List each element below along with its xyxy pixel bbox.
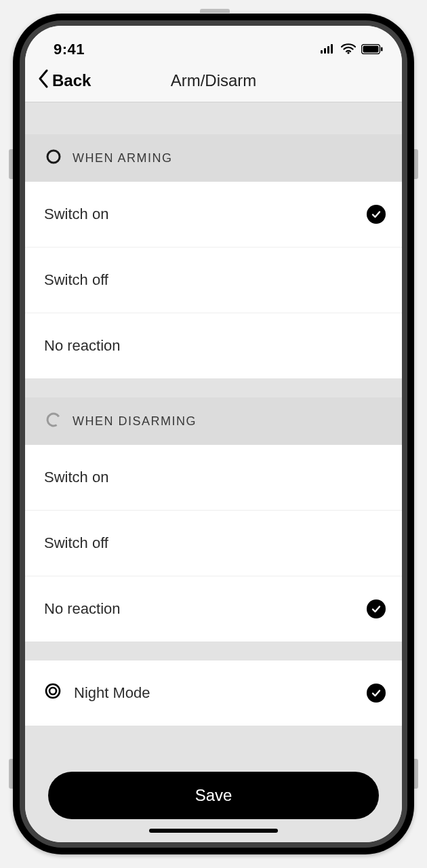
night-mode-icon bbox=[44, 682, 62, 704]
svg-rect-3 bbox=[331, 44, 333, 54]
arming-ring-icon bbox=[45, 149, 62, 168]
battery-icon bbox=[361, 44, 383, 57]
svg-rect-6 bbox=[363, 45, 379, 52]
svg-rect-0 bbox=[321, 50, 323, 54]
nav-header: Back Arm/Disarm bbox=[25, 60, 402, 102]
section-header-disarming-label: WHEN DISARMING bbox=[73, 414, 197, 429]
arming-option-no-reaction[interactable]: No reaction bbox=[25, 313, 402, 378]
phone-frame: 9:41 bbox=[13, 14, 414, 854]
check-icon bbox=[367, 205, 386, 224]
section-header-arming: WHEN ARMING bbox=[25, 134, 402, 182]
option-label: Switch off bbox=[44, 271, 108, 289]
disarming-option-switch-off[interactable]: Switch off bbox=[25, 510, 402, 576]
disarming-option-switch-on[interactable]: Switch on bbox=[25, 445, 402, 510]
back-label: Back bbox=[52, 71, 91, 90]
svg-rect-2 bbox=[327, 46, 329, 54]
option-label: Switch on bbox=[44, 205, 108, 223]
status-bar: 9:41 bbox=[25, 26, 402, 60]
night-mode-label: Night Mode bbox=[74, 684, 150, 702]
section-header-arming-label: WHEN ARMING bbox=[73, 151, 173, 165]
check-icon bbox=[367, 599, 386, 618]
svg-point-10 bbox=[46, 684, 60, 698]
status-time: 9:41 bbox=[54, 41, 85, 60]
arming-option-switch-off[interactable]: Switch off bbox=[25, 247, 402, 313]
section-header-disarming: WHEN DISARMING bbox=[25, 397, 402, 445]
wifi-icon bbox=[341, 43, 356, 57]
chevron-left-icon bbox=[37, 69, 49, 92]
svg-rect-1 bbox=[324, 48, 326, 54]
home-indicator[interactable] bbox=[149, 829, 278, 833]
svg-rect-7 bbox=[381, 47, 383, 51]
content-scroll[interactable]: WHEN ARMING Switch on Switch off No reac… bbox=[25, 102, 402, 760]
disarming-option-no-reaction[interactable]: No reaction bbox=[25, 576, 402, 642]
night-mode-row[interactable]: Night Mode bbox=[25, 660, 402, 726]
arming-option-switch-on[interactable]: Switch on bbox=[25, 182, 402, 247]
svg-point-9 bbox=[45, 412, 62, 428]
check-icon bbox=[367, 684, 386, 703]
option-label: No reaction bbox=[44, 337, 121, 355]
cellular-icon bbox=[321, 44, 336, 56]
svg-point-11 bbox=[49, 688, 56, 694]
save-button[interactable]: Save bbox=[48, 772, 379, 819]
svg-point-8 bbox=[47, 151, 60, 163]
back-button[interactable]: Back bbox=[25, 69, 91, 92]
option-label: Switch on bbox=[44, 469, 108, 486]
option-label: Switch off bbox=[44, 534, 108, 552]
disarming-ring-icon bbox=[45, 412, 62, 431]
svg-point-4 bbox=[347, 52, 349, 54]
option-label: No reaction bbox=[44, 600, 121, 618]
save-label: Save bbox=[195, 786, 232, 805]
